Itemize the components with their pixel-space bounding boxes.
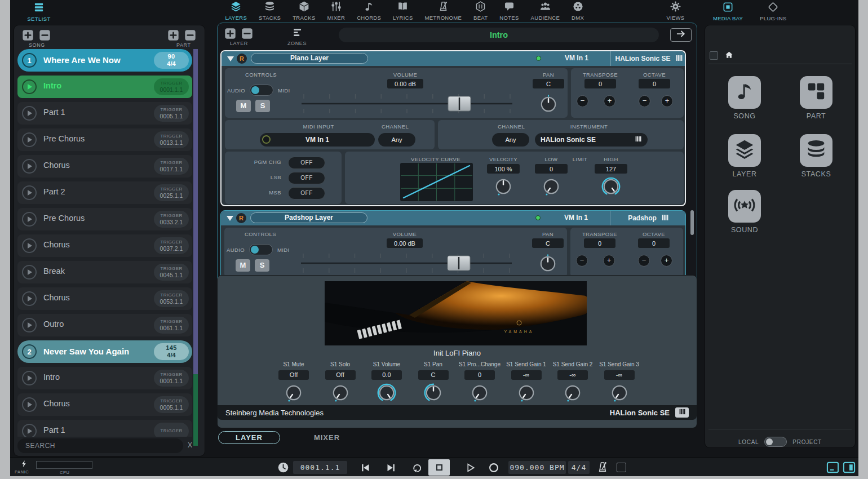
toolbar-item-dmx[interactable]: DMX [566,1,590,21]
remove-part-button[interactable] [184,29,196,41]
scrollbar-song2[interactable] [193,374,198,446]
transpose-minus-button[interactable]: − [577,95,588,107]
play-part-icon[interactable] [22,397,37,412]
tab-media-bay[interactable]: MEDIA BAY [710,1,746,21]
setlist-part-row[interactable]: Pre ChorusTRIGGER0033.2.1 [17,208,192,230]
scrollbar-song1[interactable] [193,49,198,374]
param-value[interactable]: -∞ [604,370,635,380]
layer-input[interactable]: VM In 1 [545,214,607,221]
collapse-icon[interactable] [227,216,233,221]
velocity-knob[interactable] [494,177,513,196]
part-trigger-badge[interactable]: TRIGGER0033.2.1 [154,211,189,228]
setlist-song-row[interactable]: 2Never Saw You Again1454/4 [17,340,192,363]
play-part-icon[interactable] [22,318,37,332]
layer-panel[interactable]: RPiano LayerVM In 1HALion Sonic SECONTRO… [220,50,686,206]
tab-plug-ins[interactable]: PLUG-INS [756,1,790,21]
scope-toggle[interactable] [764,437,787,447]
toolbar-item-metronome[interactable]: METRONOME [419,1,468,21]
out-channel-select[interactable]: Any [492,133,529,147]
media-tile-sound[interactable]: SOUND [722,190,767,234]
layer-header[interactable]: RPadshop LayerVM In 1Padshop [221,211,685,225]
tab-setlist[interactable]: SETLIST [23,1,55,22]
song-tempo-badge[interactable]: 904/4 [154,52,189,69]
timesig-display[interactable]: 4/4 [568,461,590,474]
home-icon[interactable] [724,50,734,62]
position-display[interactable]: 0001.1.1 [293,461,347,474]
setlist-part-row[interactable]: BreakTRIGGER0045.1.1 [17,261,192,283]
param-knob[interactable] [331,383,350,402]
stop-button[interactable] [428,459,450,476]
mute-button[interactable]: M [236,100,251,112]
play-part-icon[interactable] [22,159,37,174]
volume-value[interactable]: 0.00 dB [387,79,423,88]
metronome-click-button[interactable] [596,461,609,476]
part-trigger-badge[interactable]: TRIGGER0005.1.1 [154,105,189,122]
setlist-part-row[interactable]: ChorusTRIGGER0005.1.1 [17,393,192,416]
play-part-icon[interactable] [22,212,37,227]
param-value[interactable]: 0 [464,370,495,380]
low-knob[interactable] [542,177,561,196]
param-knob[interactable] [377,383,396,402]
pan-value[interactable]: C [533,79,564,88]
play-part-icon[interactable] [22,238,37,253]
panic-icon[interactable] [20,460,28,470]
octave-value[interactable]: 0 [639,79,670,88]
collapse-icon[interactable] [227,56,234,61]
add-part-button[interactable] [167,29,179,41]
setlist-part-row[interactable]: Pre ChorusTRIGGER0013.1.1 [17,128,192,151]
media-tile-song[interactable]: SONG [722,76,767,120]
setlist-part-row[interactable]: IntroTRIGGER0001.1.1 [17,76,192,98]
record-ready-button[interactable]: R [237,54,247,64]
solo-button[interactable]: S [255,259,269,272]
transpose-plus-button[interactable]: + [604,95,615,107]
part-trigger-badge[interactable]: TRIGGER0045.1.1 [154,264,189,281]
octave-minus-button[interactable]: − [639,95,650,107]
setlist-part-row[interactable]: ChorusTRIGGER0037.2.1 [17,234,192,257]
toolbar-item-layers[interactable]: LAYERS [219,1,253,21]
record-ready-button[interactable]: R [236,213,246,223]
toolbar-item-tracks[interactable]: TRACKS [287,1,321,21]
toolbar-item-notes[interactable]: NOTES [494,1,525,21]
play-button[interactable] [464,462,476,476]
toolbar-item-lyrics[interactable]: LYRICS [387,1,419,21]
pgm-chg-button[interactable]: OFF [288,157,325,169]
param-knob[interactable] [284,383,303,402]
setlist-part-row[interactable]: Part 2TRIGGER0025.1.1 [17,181,192,204]
solo-button[interactable]: S [255,100,270,112]
param-value[interactable]: Off [278,370,309,380]
transpose-minus-button[interactable]: − [576,255,588,267]
param-knob[interactable] [424,383,443,402]
layers-scrollbar[interactable] [690,210,694,235]
toolbar-item-mixer[interactable]: MIXER [321,1,351,21]
setlist-part-row[interactable]: Part 1TRIGGER [17,420,192,437]
setlist-part-row[interactable]: OutroTRIGGER0061.1.1 [17,314,192,336]
open-plugin-editor-button[interactable] [675,407,689,418]
low-value[interactable]: 0 [535,164,568,174]
part-trigger-badge[interactable]: TRIGGER0037.2.1 [154,237,189,254]
remove-song-button[interactable] [39,29,51,41]
high-value[interactable]: 127 [595,164,627,174]
search-clear-button[interactable]: X [188,441,192,449]
audio-midi-toggle[interactable] [250,85,273,96]
channel-select[interactable]: Any [378,133,415,147]
volume-value[interactable]: 0.00 dB [387,238,423,248]
tempo-display[interactable]: 090.000 BPM [508,461,566,474]
media-tile-part[interactable]: PART [794,76,839,120]
pan-value[interactable]: C [532,238,564,248]
layer-input[interactable]: VM In 1 [546,54,608,62]
time-mode-icon[interactable] [277,462,289,476]
toolbar-item-audience[interactable]: AUDIENCE [525,1,566,21]
preset-name[interactable]: Init LoFI Piano [218,349,697,357]
layer-name[interactable]: Padshop Layer [250,212,367,223]
msb-button[interactable]: OFF [288,187,325,199]
setlist-song-row[interactable]: 1Where Are We Now904/4 [17,49,192,72]
song-tempo-badge[interactable]: 1454/4 [154,343,189,360]
add-layer-button[interactable] [224,28,236,39]
part-trigger-badge[interactable]: TRIGGER0017.1.1 [154,158,189,175]
param-value[interactable]: -∞ [557,370,588,380]
layer-instrument[interactable]: Padshop [610,211,686,225]
media-tile-layer[interactable]: LAYER [722,134,767,178]
layer-header[interactable]: RPiano LayerVM In 1HALion Sonic SE [222,51,685,66]
play-part-icon[interactable] [22,371,37,385]
layer-instrument[interactable]: HALion Sonic SE [610,51,686,66]
